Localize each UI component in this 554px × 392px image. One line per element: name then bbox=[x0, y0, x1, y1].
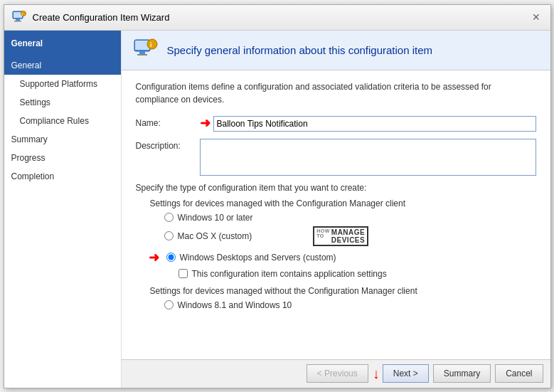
main-content: i Specify general information about this… bbox=[122, 31, 550, 388]
radio-windesktop-input[interactable] bbox=[166, 253, 176, 262]
radio-win81-label: Windows 8.1 and Windows 10 bbox=[178, 300, 292, 310]
main-body: Configuration items define a configurati… bbox=[122, 70, 550, 359]
checkbox-app-settings-input[interactable] bbox=[179, 269, 188, 278]
next-button[interactable]: Next > bbox=[383, 364, 429, 383]
radio-win10[interactable]: Windows 10 or later bbox=[164, 213, 536, 223]
sidebar-item-supported-platforms[interactable]: Supported Platforms bbox=[4, 75, 121, 93]
svg-rect-2 bbox=[14, 21, 21, 22]
description-input[interactable] bbox=[200, 139, 536, 176]
radio-win81[interactable]: Windows 8.1 and Windows 10 bbox=[164, 300, 536, 310]
description-row: Description: bbox=[136, 139, 536, 176]
svg-rect-8 bbox=[139, 51, 145, 54]
footer-bar: < Previous ↓ Next > Summary Cancel bbox=[122, 359, 550, 388]
description-text: Configuration items define a configurati… bbox=[136, 80, 536, 106]
svg-rect-1 bbox=[16, 18, 20, 21]
radio-windesktop[interactable]: ➜ Windows Desktops and Servers (custom) bbox=[164, 250, 536, 265]
sidebar-item-completion[interactable]: Completion bbox=[4, 167, 121, 186]
radio-macosx-input[interactable] bbox=[164, 231, 174, 240]
section2-sub-label: Settings for devices managed without the… bbox=[150, 286, 536, 296]
checkbox-app-settings[interactable]: This configuration item contains applica… bbox=[179, 269, 536, 279]
main-header: i Specify general information about this… bbox=[122, 31, 550, 70]
section1-label: Specify the type of configuration item t… bbox=[136, 183, 536, 193]
sidebar-header: General bbox=[4, 31, 121, 56]
radio-win81-input[interactable] bbox=[164, 300, 174, 309]
sidebar-item-compliance-rules[interactable]: Compliance Rules bbox=[4, 112, 121, 130]
svg-rect-9 bbox=[137, 54, 147, 55]
svg-text:i: i bbox=[150, 41, 152, 48]
radio-macosx-label: Mac OS X (custom) bbox=[178, 231, 252, 241]
name-arrow-icon: ➜ bbox=[200, 115, 211, 131]
next-down-arrow-icon: ↓ bbox=[373, 366, 380, 382]
svg-point-10 bbox=[147, 39, 157, 49]
title-bar: i Create Configuration Item Wizard ✕ bbox=[4, 5, 550, 31]
sidebar-active-label: General bbox=[11, 38, 43, 48]
sidebar-item-summary[interactable]: Summary bbox=[4, 130, 121, 149]
manage-devices-badge: HOWTO MANAGEDEVICES bbox=[313, 226, 368, 246]
windesktop-arrow-icon: ➜ bbox=[149, 250, 159, 265]
name-label: Name: bbox=[136, 116, 200, 128]
checkbox-app-settings-label: This configuration item contains applica… bbox=[192, 269, 387, 279]
next-button-wrap: ↓ Next > bbox=[373, 364, 429, 383]
wizard-body: General General Supported Platforms Sett… bbox=[4, 31, 550, 388]
sidebar: General General Supported Platforms Sett… bbox=[4, 31, 122, 388]
wizard-icon: i bbox=[11, 9, 27, 25]
previous-button[interactable]: < Previous bbox=[307, 364, 368, 383]
main-header-icon: i bbox=[133, 37, 159, 63]
cancel-button[interactable]: Cancel bbox=[495, 364, 543, 383]
description-label: Description: bbox=[136, 139, 200, 151]
radio-win10-input[interactable] bbox=[164, 213, 174, 222]
sidebar-item-settings[interactable]: Settings bbox=[4, 93, 121, 112]
radio-macosx[interactable]: Mac OS X (custom) HOWTO MANAGEDEVICES bbox=[164, 226, 536, 246]
name-input[interactable] bbox=[213, 116, 536, 132]
sidebar-item-general[interactable]: General bbox=[4, 56, 121, 75]
title-bar-text: Create Configuration Item Wizard bbox=[33, 12, 523, 23]
close-button[interactable]: ✕ bbox=[529, 10, 543, 24]
radio-win10-label: Windows 10 or later bbox=[178, 213, 253, 223]
radio-windesktop-label: Windows Desktops and Servers (custom) bbox=[180, 253, 336, 263]
section1-sub-label: Settings for devices managed with the Co… bbox=[150, 198, 536, 208]
main-header-title: Specify general information about this c… bbox=[167, 44, 433, 56]
sidebar-item-progress[interactable]: Progress bbox=[4, 149, 121, 167]
name-row: Name: ➜ bbox=[136, 116, 536, 132]
wizard-window: i Create Configuration Item Wizard ✕ Gen… bbox=[4, 4, 551, 388]
summary-button[interactable]: Summary bbox=[433, 364, 491, 383]
